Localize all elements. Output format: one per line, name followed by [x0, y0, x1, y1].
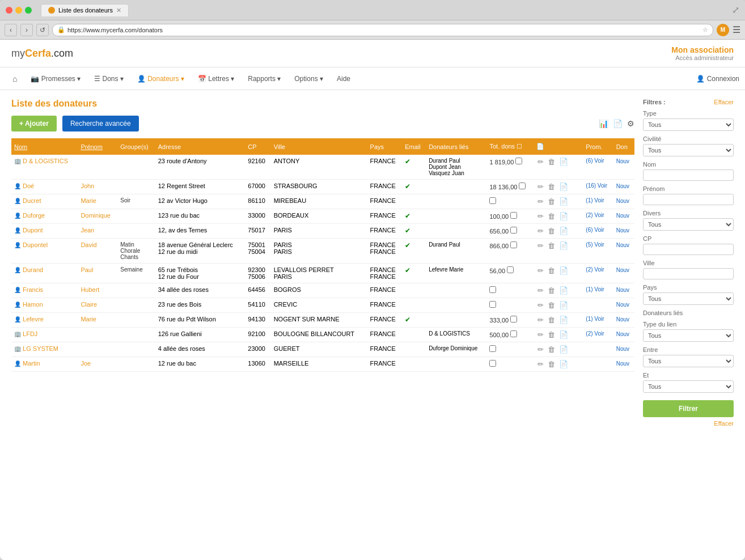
row-checkbox[interactable] [507, 266, 514, 273]
nav-home[interactable]: ⌂ [6, 70, 24, 88]
row-checkbox[interactable] [489, 345, 496, 352]
edit-button[interactable]: ✏ [536, 266, 545, 275]
edit-button[interactable]: ✏ [536, 360, 545, 368]
delete-button[interactable]: 🗑 [547, 316, 556, 324]
forward-button[interactable]: › [20, 24, 33, 36]
doc-button[interactable]: 📄 [558, 227, 569, 235]
donor-prenom-link[interactable]: Marie [81, 197, 96, 204]
voir-link[interactable]: (1) Voir [586, 316, 604, 322]
donor-prenom-link[interactable]: Claire [81, 301, 97, 308]
nav-connexion[interactable]: 👤 Connexion [696, 75, 739, 83]
row-checkbox[interactable] [510, 212, 517, 219]
filter-ville-input[interactable] [643, 268, 734, 279]
minimize-button[interactable] [15, 7, 22, 14]
doc-button[interactable]: 📄 [558, 345, 569, 354]
nouv-link[interactable]: Nouv [616, 316, 629, 323]
edit-button[interactable]: ✏ [536, 212, 545, 220]
settings-icon[interactable]: ⚙ [627, 119, 634, 128]
filter-civilite-select[interactable]: Tous [643, 144, 734, 156]
donor-prenom-link[interactable]: Jean [81, 227, 94, 234]
filter-cp-input[interactable] [643, 244, 734, 255]
delete-button[interactable]: 🗑 [547, 286, 556, 295]
edit-button[interactable]: ✏ [536, 301, 545, 309]
donor-nom-link[interactable]: Lefevre [23, 316, 44, 323]
doc-button[interactable]: 📄 [558, 330, 569, 339]
doc-button[interactable]: 📄 [558, 197, 569, 206]
donor-nom-link[interactable]: Durand [23, 266, 43, 273]
delete-button[interactable]: 🗑 [547, 183, 556, 191]
row-checkbox[interactable] [519, 183, 526, 189]
nouv-link[interactable]: Nouv [616, 267, 629, 273]
filter-entre-select[interactable]: Tous [643, 355, 734, 367]
refresh-button[interactable]: ↺ [36, 24, 49, 36]
donor-nom-link[interactable]: D & LOGISTICS [23, 158, 68, 164]
voir-link[interactable]: (5) Voir [586, 241, 604, 248]
maximize-button[interactable] [25, 7, 32, 14]
doc-button[interactable]: 📄 [558, 183, 569, 191]
filter-type-lien-select[interactable]: Tous [643, 329, 734, 342]
voir-link[interactable]: (6) Voir [586, 158, 604, 164]
address-bar[interactable]: 🔒 https://www.mycerfa.com/donators ☆ [52, 24, 713, 36]
row-checkbox[interactable] [489, 360, 496, 367]
nav-donateurs[interactable]: 👤 Donateurs ▾ [130, 70, 191, 87]
donor-prenom-link[interactable]: Dominique [81, 212, 111, 219]
donor-prenom-link[interactable]: Marie [81, 316, 96, 323]
nouv-link[interactable]: Nouv [616, 213, 629, 219]
donor-nom-link[interactable]: Doé [23, 183, 34, 189]
col-prenom[interactable]: Prénom [78, 138, 117, 155]
row-checkbox[interactable] [510, 241, 517, 248]
delete-button[interactable]: 🗑 [547, 301, 556, 309]
delete-button[interactable]: 🗑 [547, 212, 556, 220]
add-donor-button[interactable]: + Ajouter [11, 116, 57, 131]
nouv-link[interactable]: Nouv [616, 242, 629, 248]
filter-nom-input[interactable] [643, 169, 734, 181]
delete-button[interactable]: 🗑 [547, 158, 556, 166]
bookmark-icon[interactable]: ☆ [702, 26, 708, 33]
nav-aide[interactable]: Aide [330, 70, 357, 87]
donor-nom-link[interactable]: Duforge [23, 212, 45, 219]
edit-button[interactable]: ✏ [536, 197, 545, 206]
effacer-link[interactable]: Effacer [714, 99, 734, 105]
back-button[interactable]: ‹ [5, 24, 17, 36]
tab-close-icon[interactable]: ✕ [116, 7, 121, 14]
advanced-search-button[interactable]: Recherche avancée [62, 116, 139, 131]
filter-et-select[interactable]: Tous [643, 380, 734, 393]
filter-divers-select[interactable]: Tous [643, 218, 734, 231]
nouv-link[interactable]: Nouv [616, 360, 629, 367]
new-window-icon[interactable]: ⤢ [732, 5, 739, 15]
browser-tab[interactable]: Liste des donateurs ✕ [41, 4, 129, 16]
row-checkbox[interactable] [489, 197, 496, 204]
row-checkbox[interactable] [510, 316, 517, 323]
delete-button[interactable]: 🗑 [547, 360, 556, 368]
filter-pays-select[interactable]: Tous [643, 292, 734, 305]
donor-nom-link[interactable]: Ducret [23, 197, 41, 204]
nav-promesses[interactable]: 📷 Promesses ▾ [24, 70, 87, 87]
edit-button[interactable]: ✏ [536, 345, 545, 354]
donor-prenom-link[interactable]: John [81, 183, 94, 189]
donor-nom-link[interactable]: LG SYSTEM [23, 345, 58, 352]
doc-button[interactable]: 📄 [558, 158, 569, 166]
nav-lettres[interactable]: 📅 Lettres ▾ [191, 70, 241, 87]
donor-nom-link[interactable]: Dupont [23, 227, 43, 234]
delete-button[interactable]: 🗑 [547, 241, 556, 250]
voir-link[interactable]: (2) Voir [586, 212, 604, 218]
pdf-icon[interactable]: 📄 [613, 119, 623, 128]
edit-button[interactable]: ✏ [536, 286, 545, 295]
row-checkbox[interactable] [510, 227, 517, 234]
close-button[interactable] [6, 7, 12, 14]
nouv-link[interactable]: Nouv [616, 331, 629, 337]
filter-button[interactable]: Filtrer [643, 400, 734, 417]
nav-options[interactable]: Options ▾ [287, 70, 330, 87]
voir-link[interactable]: (2) Voir [586, 266, 604, 273]
excel-icon[interactable]: 📊 [599, 119, 608, 128]
donor-prenom-link[interactable]: Paul [81, 266, 93, 273]
donor-nom-link[interactable]: Martin [23, 360, 40, 367]
doc-button[interactable]: 📄 [558, 241, 569, 250]
filter-prenom-input[interactable] [643, 194, 734, 205]
voir-link[interactable]: (1) Voir [586, 197, 604, 203]
voir-link[interactable]: (6) Voir [586, 227, 604, 233]
nav-rapports[interactable]: Rapports ▾ [241, 70, 287, 87]
doc-button[interactable]: 📄 [558, 212, 569, 220]
donor-nom-link[interactable]: Francis [23, 286, 43, 293]
menu-icon[interactable]: ☰ [733, 24, 740, 35]
